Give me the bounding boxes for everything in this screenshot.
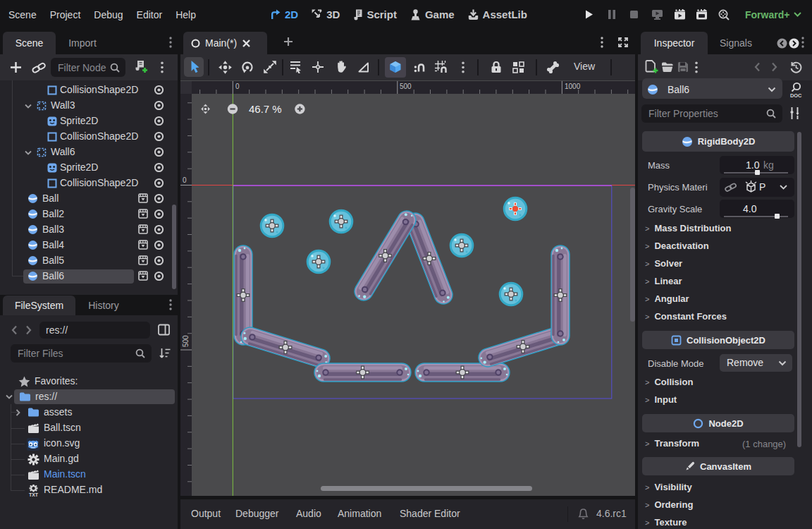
svg-text:500: 500 xyxy=(400,83,412,90)
svg-text:DOC: DOC xyxy=(790,92,802,99)
svg-text:0: 0 xyxy=(235,83,240,90)
svg-text:46.7 %: 46.7 % xyxy=(249,103,282,115)
svg-text:500: 500 xyxy=(182,335,190,347)
svg-text:0: 0 xyxy=(183,176,187,184)
svg-text:TXT: TXT xyxy=(29,492,39,497)
svg-text:1000: 1000 xyxy=(565,83,581,90)
